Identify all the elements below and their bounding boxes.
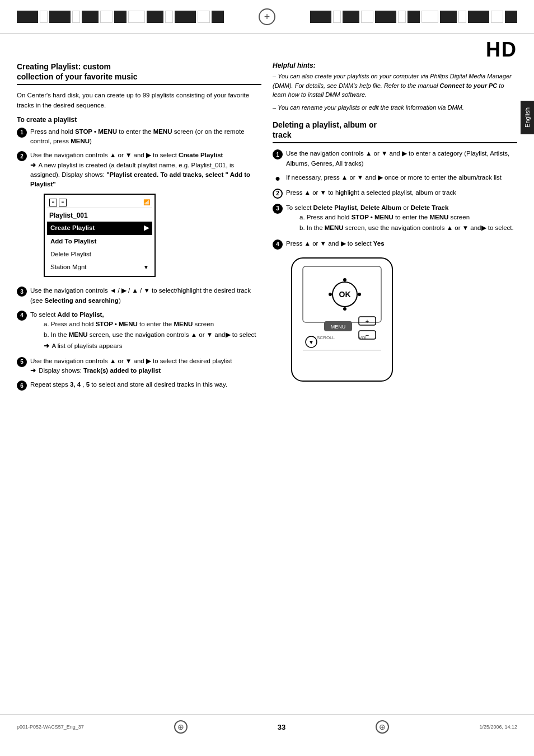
header-block xyxy=(49,11,71,23)
step-content-4: To select Add to Playlist, a. Press and … xyxy=(30,310,261,352)
svg-text:OK: OK xyxy=(339,290,351,299)
display-screen: ≡ ≡ 📶 Playlist_001 Create Playlist▶ Add … xyxy=(44,194,156,277)
svg-text:−: − xyxy=(366,332,369,339)
step-item: 1 Use the navigation controls ▲ or ▼ and… xyxy=(273,149,517,168)
step-number-r4: 4 xyxy=(273,240,283,250)
bottom-bar: p001-P052-WACS57_Eng_37 ⊕ 33 ⊕ 1/25/2006… xyxy=(0,714,534,739)
left-intro-text: On Center's hard disk, you can create up… xyxy=(17,91,261,110)
footer-crosshair: ⊕ xyxy=(174,720,188,734)
menu-item-delete: Delete Playlist xyxy=(47,248,152,261)
header-block xyxy=(40,11,48,23)
svg-text:+: + xyxy=(366,318,369,325)
menu-item-add: Add To Playlist xyxy=(47,235,152,248)
display-title-bar: ≡ ≡ 📶 xyxy=(47,197,152,208)
header-pattern-left xyxy=(17,11,224,23)
header-block xyxy=(343,11,359,23)
header-pattern-right xyxy=(310,11,517,23)
menu-item-station: Station Mgnt▼ xyxy=(47,261,152,274)
right-steps-list: 1 Use the navigation controls ▲ or ▼ and… xyxy=(273,149,517,249)
english-tab: English xyxy=(521,101,534,134)
display-icon-1: ≡ xyxy=(49,199,57,206)
step-number-r1: 1 xyxy=(273,149,283,159)
header-block xyxy=(17,11,38,23)
step-item: 3 Use the navigation controls ◄ / ▶ / ▲ … xyxy=(17,286,261,306)
step-number-3: 3 xyxy=(17,287,27,297)
sub-step-r3b: b. In the MENU screen, use the navigatio… xyxy=(299,223,517,233)
svg-point-6 xyxy=(329,293,332,296)
right-section-title: Deleting a playlist, album or track xyxy=(273,120,517,143)
main-content: Creating Playlist: custom collection of … xyxy=(0,50,534,407)
step-number-r3: 3 xyxy=(273,204,283,214)
footer-right-text: 1/25/2006, 14:12 xyxy=(479,724,517,730)
header-block xyxy=(100,11,113,23)
step-number-2: 2 xyxy=(17,151,27,161)
display-icons: ≡ ≡ xyxy=(49,199,67,206)
step-content-1: Press and hold STOP • MENU to enter the … xyxy=(30,127,261,147)
header-block xyxy=(82,11,99,23)
svg-point-4 xyxy=(343,278,346,281)
step-item: 2 Use the navigation controls ▲ or ▼ and… xyxy=(17,151,261,281)
footer-page-num: 33 xyxy=(278,723,285,731)
step-content-5: Use the navigation controls ▲ or ▼ and ▶… xyxy=(30,356,261,376)
step-item: 3 To select Delete Playlist, Delete Albu… xyxy=(273,203,517,234)
sub-step-r3a: a. Press and hold STOP • MENU to enter t… xyxy=(299,213,517,222)
header-block xyxy=(491,11,503,23)
step-number-1: 1 xyxy=(17,128,27,138)
footer-left-text: p001-P052-WACS57_Eng_37 xyxy=(17,724,84,730)
left-steps-list: 1 Press and hold STOP • MENU to enter th… xyxy=(17,127,261,391)
header-block xyxy=(212,11,224,23)
step-item: 2 Press ▲ or ▼ to highlight a selected p… xyxy=(273,188,517,199)
header-block xyxy=(72,11,80,23)
header-block xyxy=(147,11,163,23)
step-content-r3: To select Delete Playlist, Delete Album … xyxy=(286,203,517,234)
hd-label: HD xyxy=(486,38,517,62)
header-block xyxy=(361,11,373,23)
step-content-2: Use the navigation controls ▲ or ▼ and ▶… xyxy=(30,151,261,281)
header-block xyxy=(407,11,420,23)
step-content-r2: Press ▲ or ▼ to highlight a selected pla… xyxy=(286,188,517,198)
header-block xyxy=(468,11,489,23)
header-block xyxy=(165,11,173,23)
top-header xyxy=(0,0,534,34)
hints-text: – You can also create your playlists on … xyxy=(273,72,517,112)
header-block xyxy=(333,11,341,23)
step-number-6: 6 xyxy=(17,381,27,391)
step-item: 5 Use the navigation controls ▲ or ▼ and… xyxy=(17,356,261,376)
header-block xyxy=(375,11,396,23)
sub-step-4c: ➜ A list of playlists appears xyxy=(44,341,261,351)
step-item: 6 Repeat steps 3, 4 , 5 to select and st… xyxy=(17,380,261,391)
left-section-title: Creating Playlist: custom collection of … xyxy=(17,62,261,85)
step-content-6: Repeat steps 3, 4 , 5 to select and stor… xyxy=(30,380,261,389)
footer-crosshair-2: ⊕ xyxy=(376,720,389,734)
step-item: 4 To select Add to Playlist, a. Press an… xyxy=(17,310,261,352)
step-item: 1 Press and hold STOP • MENU to enter th… xyxy=(17,127,261,147)
step-number-5: 5 xyxy=(17,357,27,367)
header-block xyxy=(505,11,517,23)
remote-container: OK + MENU SCROLL VOL xyxy=(286,255,517,386)
step-content-bullet: If necessary, press ▲ or ▼ and ▶ once or… xyxy=(286,173,517,182)
header-block xyxy=(114,11,127,23)
hints-title: Helpful hints: xyxy=(273,62,517,69)
left-sub-heading: To create a playlist xyxy=(17,116,261,124)
header-block xyxy=(398,11,406,23)
step-content-r1: Use the navigation controls ▲ or ▼ and ▶… xyxy=(286,149,517,168)
header-block xyxy=(175,11,196,23)
step-item: 4 Press ▲ or ▼ and ▶ to select Yes xyxy=(273,239,517,250)
hints-box: Helpful hints: – You can also create you… xyxy=(273,62,517,112)
sub-step-4b: b. In the MENU screen, use the navigatio… xyxy=(44,330,261,340)
menu-item-create: Create Playlist▶ xyxy=(47,222,152,234)
sub-step-4a: a. Press and hold STOP • MENU to enter t… xyxy=(44,320,261,329)
header-block xyxy=(458,11,466,23)
header-block xyxy=(421,11,438,23)
svg-rect-0 xyxy=(292,258,392,381)
header-block xyxy=(310,11,331,23)
svg-text:SCROLL: SCROLL xyxy=(317,335,335,340)
svg-text:MENU: MENU xyxy=(331,324,346,330)
svg-text:▼: ▼ xyxy=(308,339,314,345)
svg-point-7 xyxy=(358,293,361,296)
header-block xyxy=(440,11,457,23)
step-item: ● If necessary, press ▲ or ▼ and ▶ once … xyxy=(273,173,517,184)
header-block xyxy=(198,11,210,23)
signal-icon: 📶 xyxy=(143,198,150,206)
step-bullet: ● xyxy=(273,173,283,184)
